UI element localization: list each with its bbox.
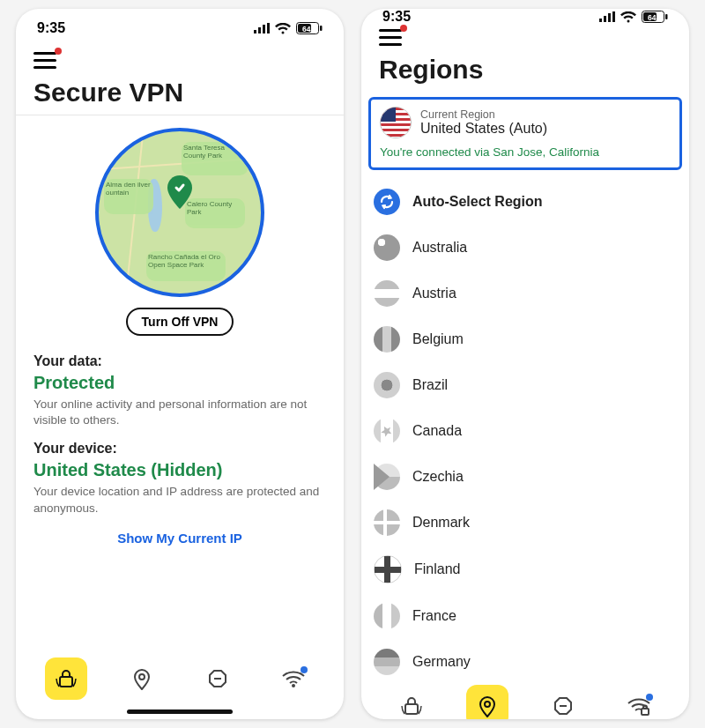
- cellular-icon: [599, 11, 615, 22]
- flag-germany-icon: [374, 649, 400, 675]
- tab-bar: [16, 647, 344, 719]
- tab-vpn[interactable]: [390, 685, 433, 719]
- region-item[interactable]: Australia: [370, 225, 680, 271]
- turn-off-vpn-button[interactable]: Turn Off VPN: [126, 308, 234, 336]
- your-device-label: Your device:: [33, 441, 326, 457]
- vpn-map[interactable]: Santa Teresa County Park Alma den ilver …: [95, 128, 264, 297]
- auto-select-region-item[interactable]: Auto-Select Region: [370, 179, 680, 225]
- show-my-ip-button[interactable]: Show My Current IP: [33, 518, 326, 549]
- notification-dot-icon: [55, 48, 62, 55]
- svg-text:64: 64: [302, 25, 311, 33]
- tab-block[interactable]: [542, 685, 584, 719]
- region-list[interactable]: Auto-Select Region AustraliaAustriaBelgi…: [361, 177, 689, 685]
- menu-icon[interactable]: [33, 51, 56, 69]
- your-data-desc: Your online activity and personal inform…: [33, 397, 326, 428]
- tab-regions[interactable]: [466, 685, 508, 719]
- map-background: Santa Teresa County Park Alma den ilver …: [99, 131, 261, 293]
- your-device-section: Your device: United States (Hidden) Your…: [33, 430, 326, 517]
- svg-rect-21: [405, 704, 418, 714]
- svg-rect-16: [612, 11, 615, 22]
- map-pin-icon: [167, 175, 193, 209]
- svg-rect-0: [254, 30, 256, 33]
- battery-icon: 64: [642, 11, 668, 23]
- region-item[interactable]: Belgium: [370, 316, 680, 362]
- svg-rect-3: [267, 23, 270, 33]
- status-time: 9:35: [382, 9, 411, 25]
- your-device-value: United States (Hidden): [33, 460, 326, 480]
- flag-australia-icon: [374, 234, 400, 261]
- region-item-label: Brazil: [412, 377, 448, 393]
- region-item-label: Denmark: [412, 515, 470, 531]
- svg-rect-14: [604, 16, 606, 22]
- tab-wifi-security[interactable]: [272, 657, 315, 700]
- flag-belgium-icon: [374, 326, 400, 353]
- top-bar: [361, 25, 689, 55]
- current-region-label: Current Region: [420, 108, 547, 121]
- region-item-label: France: [412, 608, 456, 624]
- tab-wifi-security[interactable]: [618, 685, 660, 719]
- status-bar: 9:35 64: [16, 9, 344, 48]
- svg-rect-2: [263, 25, 265, 33]
- your-data-section: Your data: Protected Your online activit…: [33, 343, 326, 430]
- region-item-label: Canada: [412, 423, 462, 439]
- svg-rect-7: [320, 26, 323, 31]
- svg-point-12: [292, 684, 295, 687]
- location-pin-icon: [131, 667, 152, 690]
- flag-austria-icon: [374, 280, 400, 307]
- region-item[interactable]: Denmark: [370, 500, 680, 546]
- region-item[interactable]: Austria: [370, 271, 680, 316]
- svg-rect-8: [60, 677, 72, 687]
- vpn-lock-icon: [55, 667, 78, 690]
- region-item-label: Czechia: [412, 469, 464, 485]
- region-item[interactable]: Brazil: [370, 362, 680, 408]
- status-bar: 9:35 64: [361, 9, 689, 25]
- status-icons: 64: [599, 11, 668, 23]
- top-bar: [16, 48, 344, 78]
- status-icons: 64: [254, 22, 323, 34]
- vpn-lock-icon: [400, 695, 423, 717]
- tab-regions[interactable]: [121, 657, 163, 700]
- region-item[interactable]: Czechia: [370, 454, 680, 500]
- svg-rect-1: [258, 27, 261, 33]
- your-device-desc: Your device location and IP address are …: [33, 484, 326, 516]
- svg-rect-13: [599, 19, 602, 22]
- phone-regions: 9:35 64 Regions Current Region United St…: [361, 9, 689, 719]
- cellular-icon: [254, 23, 270, 33]
- region-item[interactable]: Germany: [370, 639, 680, 685]
- auto-select-label: Auto-Select Region: [412, 194, 543, 210]
- region-item-label: Germany: [412, 654, 471, 670]
- tab-block[interactable]: [197, 657, 239, 700]
- phone-secure-vpn: 9:35 64 Secure VPN Santa Teresa County P…: [16, 9, 344, 719]
- flag-france-icon: [374, 603, 400, 629]
- svg-rect-25: [642, 709, 649, 715]
- block-icon: [553, 695, 574, 717]
- wifi-icon: [275, 23, 291, 34]
- flag-usa-icon: [380, 107, 412, 138]
- home-indicator[interactable]: [127, 709, 233, 714]
- svg-point-22: [485, 702, 490, 707]
- wifi-alert-dot-icon: [646, 694, 653, 701]
- region-item[interactable]: Finland: [370, 546, 680, 593]
- notification-dot-icon: [400, 25, 407, 32]
- tab-vpn[interactable]: [45, 657, 87, 700]
- menu-icon[interactable]: [379, 28, 402, 46]
- flag-finland-icon: [374, 555, 402, 583]
- flag-canada-icon: [374, 418, 400, 444]
- region-item-label: Austria: [412, 286, 456, 301]
- region-item-label: Belgium: [412, 331, 464, 347]
- auto-select-icon: [374, 189, 400, 215]
- region-item-label: Australia: [412, 240, 467, 256]
- svg-point-9: [139, 674, 145, 680]
- region-item[interactable]: Canada: [370, 408, 680, 454]
- flag-czechia-icon: [374, 464, 400, 490]
- svg-rect-20: [665, 14, 668, 19]
- page-title: Regions: [361, 55, 689, 92]
- page-title: Secure VPN: [16, 78, 344, 115]
- your-data-label: Your data:: [33, 353, 326, 369]
- location-pin-icon: [477, 695, 498, 717]
- current-region-card[interactable]: Current Region United States (Auto) You'…: [368, 97, 682, 170]
- region-item[interactable]: France: [370, 593, 680, 639]
- svg-text:64: 64: [648, 13, 657, 22]
- connected-status: You're connected via San Jose, Californi…: [380, 138, 671, 159]
- flag-denmark-icon: [374, 509, 400, 536]
